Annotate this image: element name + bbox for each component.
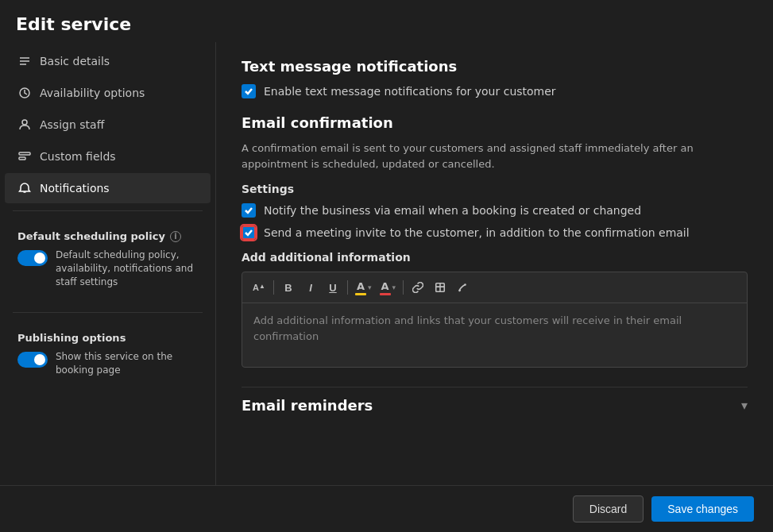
- publishing-title: Publishing options: [17, 332, 198, 344]
- highlight-btn[interactable]: A ▾: [352, 277, 375, 298]
- notify-business-checkbox-row: Notify the business via email when a boo…: [242, 203, 748, 218]
- email-confirmation-title: Email confirmation: [242, 114, 748, 131]
- highlight-chevron: ▾: [368, 283, 372, 291]
- main-layout: Basic details Availability options Assig…: [0, 42, 773, 485]
- sidebar-item-custom-fields[interactable]: Custom fields: [5, 141, 211, 172]
- sidebar: Basic details Availability options Assig…: [0, 42, 216, 485]
- font-size-btn[interactable]: A▲: [249, 277, 269, 298]
- footer: Discard Save changes: [0, 485, 773, 532]
- save-button[interactable]: Save changes: [651, 496, 754, 522]
- scheduling-policy-toggle[interactable]: [17, 250, 48, 266]
- sidebar-divider-2: [13, 312, 203, 313]
- fields-icon: [17, 149, 32, 164]
- person-icon: [17, 118, 32, 132]
- app-container: Edit service Basic details Availability …: [0, 0, 773, 532]
- sidebar-divider: [13, 210, 203, 211]
- page-title: Edit service: [0, 0, 773, 42]
- discard-button[interactable]: Discard: [573, 495, 644, 522]
- svg-point-4: [22, 120, 27, 125]
- info-icon[interactable]: i: [170, 231, 181, 242]
- scheduling-policy-section: Default scheduling policy i Default sche…: [5, 221, 211, 303]
- svg-rect-5: [19, 152, 30, 155]
- text-message-title: Text message notifications: [242, 58, 748, 75]
- publishing-toggle-row: Show this service on the booking page: [17, 350, 198, 377]
- meeting-invite-checkbox[interactable]: [242, 226, 256, 240]
- svg-rect-6: [19, 157, 25, 160]
- highlight-color-bar: [355, 293, 366, 295]
- toolbar-sep-1: [273, 280, 274, 295]
- clock-icon: [17, 86, 32, 100]
- bold-btn[interactable]: B: [278, 277, 299, 298]
- email-reminders-section: Email reminders ▾: [242, 387, 748, 414]
- add-info-section: Add additional information A▲ B I U: [242, 251, 748, 368]
- rich-editor: A▲ B I U A ▾: [242, 272, 748, 368]
- scheduling-policy-toggle-row: Default scheduling policy, availability,…: [17, 249, 198, 288]
- main-content: Text message notifications Enable text m…: [216, 42, 773, 485]
- meeting-invite-label: Send a meeting invite to the customer, i…: [264, 226, 690, 239]
- toggle-thumb: [34, 253, 45, 264]
- notify-business-label: Notify the business via email when a boo…: [264, 204, 641, 217]
- text-message-checkbox-label: Enable text message notifications for yo…: [264, 85, 556, 98]
- sidebar-item-notifications[interactable]: Notifications: [5, 173, 211, 203]
- publishing-section: Publishing options Show this service on …: [5, 322, 211, 391]
- meeting-invite-checkbox-row: Send a meeting invite to the customer, i…: [242, 226, 748, 240]
- font-color-bar: [380, 293, 391, 295]
- list-icon: [17, 54, 32, 68]
- editor-toolbar: A▲ B I U A ▾: [242, 272, 747, 303]
- italic-btn[interactable]: I: [300, 277, 321, 298]
- table-btn[interactable]: [430, 277, 450, 298]
- font-color-btn[interactable]: A ▾: [377, 277, 400, 298]
- sidebar-item-assign-staff[interactable]: Assign staff: [5, 110, 211, 140]
- publishing-toggle[interactable]: [17, 352, 48, 368]
- underline-btn[interactable]: U: [323, 277, 343, 298]
- toolbar-sep-3: [403, 280, 404, 295]
- svg-point-11: [464, 283, 466, 286]
- text-message-checkbox-row: Enable text message notifications for yo…: [242, 84, 748, 98]
- font-color-chevron: ▾: [392, 283, 396, 291]
- settings-label: Settings: [242, 183, 748, 195]
- notify-business-checkbox[interactable]: [242, 203, 256, 218]
- bell-icon: [17, 181, 32, 195]
- email-confirmation-description: A confirmation email is sent to your cus…: [242, 141, 748, 172]
- sidebar-item-availability-options[interactable]: Availability options: [5, 78, 211, 108]
- text-message-checkbox[interactable]: [242, 84, 256, 98]
- link-btn[interactable]: [408, 277, 428, 298]
- editor-body[interactable]: Add additional information and links tha…: [242, 303, 747, 367]
- toolbar-sep-2: [347, 280, 348, 295]
- add-info-title: Add additional information: [242, 251, 748, 264]
- sidebar-item-basic-details[interactable]: Basic details: [5, 46, 211, 76]
- scheduling-policy-title: Default scheduling policy i: [17, 230, 198, 242]
- email-reminders-title: Email reminders: [242, 397, 373, 414]
- email-reminders-chevron[interactable]: ▾: [741, 398, 748, 413]
- paint-btn[interactable]: [452, 277, 473, 298]
